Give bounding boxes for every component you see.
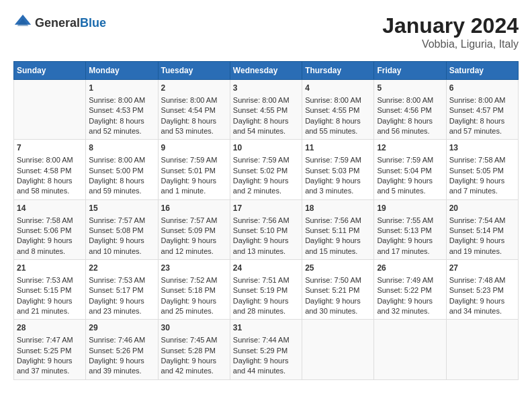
day-info: Daylight: 9 hours bbox=[377, 296, 443, 306]
calendar-week-row: 28Sunrise: 7:47 AMSunset: 5:25 PMDayligh… bbox=[14, 320, 519, 379]
day-info: Sunrise: 8:00 AM bbox=[161, 95, 227, 105]
day-info: Sunrise: 7:46 AM bbox=[89, 335, 154, 345]
day-info: Sunset: 5:04 PM bbox=[377, 166, 443, 176]
day-info: Sunset: 5:06 PM bbox=[17, 226, 83, 236]
day-info: Sunset: 5:25 PM bbox=[17, 346, 83, 356]
calendar-table: SundayMondayTuesdayWednesdayThursdayFrid… bbox=[13, 61, 519, 380]
calendar-cell: 10Sunrise: 7:59 AMSunset: 5:02 PMDayligh… bbox=[230, 140, 302, 199]
day-number: 21 bbox=[17, 263, 83, 274]
day-info: and 15 minutes. bbox=[305, 246, 371, 257]
day-info: Sunrise: 7:58 AM bbox=[449, 155, 515, 165]
title-block: January 2024 Vobbia, Liguria, Italy bbox=[382, 13, 519, 50]
day-info: and 17 minutes. bbox=[377, 246, 443, 257]
day-info: Sunrise: 7:59 AM bbox=[233, 155, 299, 165]
calendar-cell: 11Sunrise: 7:59 AMSunset: 5:03 PMDayligh… bbox=[302, 140, 374, 199]
day-info: Daylight: 9 hours bbox=[305, 296, 371, 306]
day-info: Daylight: 9 hours bbox=[233, 176, 299, 186]
day-info: Sunrise: 7:59 AM bbox=[377, 155, 443, 165]
day-info: Sunset: 5:14 PM bbox=[449, 226, 515, 236]
day-info: and 52 minutes. bbox=[89, 126, 154, 136]
day-info: Sunset: 5:15 PM bbox=[17, 285, 83, 295]
day-info: Sunrise: 7:48 AM bbox=[449, 275, 515, 285]
day-number: 14 bbox=[17, 203, 83, 214]
calendar-cell: 1Sunrise: 8:00 AMSunset: 4:53 PMDaylight… bbox=[86, 80, 158, 140]
day-info: and 3 minutes. bbox=[305, 186, 371, 196]
calendar-cell: 20Sunrise: 7:54 AMSunset: 5:14 PMDayligh… bbox=[446, 199, 518, 259]
day-number: 13 bbox=[449, 142, 515, 154]
calendar-cell: 23Sunrise: 7:52 AMSunset: 5:18 PMDayligh… bbox=[158, 260, 230, 320]
logo-icon bbox=[13, 13, 32, 32]
calendar-cell: 30Sunrise: 7:45 AMSunset: 5:28 PMDayligh… bbox=[158, 320, 230, 379]
day-info: Sunrise: 7:45 AM bbox=[161, 335, 227, 345]
day-info: Daylight: 9 hours bbox=[305, 236, 371, 246]
day-info: Sunset: 5:09 PM bbox=[161, 226, 227, 236]
day-number: 12 bbox=[377, 142, 443, 154]
day-info: and 5 minutes. bbox=[377, 186, 443, 196]
day-info: Sunrise: 8:00 AM bbox=[305, 95, 371, 105]
day-info: Sunrise: 7:49 AM bbox=[377, 275, 443, 285]
day-info: Sunset: 5:21 PM bbox=[305, 285, 371, 295]
day-info: Daylight: 9 hours bbox=[449, 296, 515, 306]
day-info: Daylight: 8 hours bbox=[89, 116, 154, 126]
day-number: 17 bbox=[233, 203, 299, 214]
day-info: Sunrise: 8:00 AM bbox=[377, 95, 443, 105]
day-info: Daylight: 9 hours bbox=[17, 296, 83, 306]
day-info: and 56 minutes. bbox=[377, 126, 443, 136]
day-info: Daylight: 9 hours bbox=[449, 236, 515, 246]
day-info: and 19 minutes. bbox=[449, 246, 515, 257]
calendar-cell: 9Sunrise: 7:59 AMSunset: 5:01 PMDaylight… bbox=[158, 140, 230, 199]
day-number: 16 bbox=[161, 203, 227, 214]
calendar-cell: 5Sunrise: 8:00 AMSunset: 4:56 PMDaylight… bbox=[374, 80, 446, 140]
day-info: Daylight: 9 hours bbox=[305, 176, 371, 186]
column-header-tuesday: Tuesday bbox=[158, 62, 230, 80]
day-info: and 37 minutes. bbox=[17, 366, 83, 376]
day-info: and 1 minute. bbox=[161, 186, 227, 196]
calendar-cell: 12Sunrise: 7:59 AMSunset: 5:04 PMDayligh… bbox=[374, 140, 446, 199]
day-info: Daylight: 9 hours bbox=[17, 236, 83, 246]
day-info: Sunset: 4:58 PM bbox=[17, 166, 83, 176]
day-info: and 57 minutes. bbox=[449, 126, 515, 136]
calendar-cell: 22Sunrise: 7:53 AMSunset: 5:17 PMDayligh… bbox=[86, 260, 158, 320]
day-number: 1 bbox=[89, 83, 154, 94]
logo-blue: Blue bbox=[80, 16, 106, 30]
day-info: Sunset: 4:54 PM bbox=[161, 105, 227, 116]
day-info: Daylight: 9 hours bbox=[449, 176, 515, 186]
day-info: and 12 minutes. bbox=[161, 246, 227, 257]
day-info: Sunset: 5:02 PM bbox=[233, 166, 299, 176]
day-info: and 39 minutes. bbox=[89, 366, 154, 376]
day-info: and 10 minutes. bbox=[89, 246, 154, 257]
column-header-wednesday: Wednesday bbox=[230, 62, 302, 80]
day-info: Sunrise: 7:53 AM bbox=[17, 275, 83, 285]
day-info: Sunrise: 7:58 AM bbox=[17, 216, 83, 226]
day-info: and 59 minutes. bbox=[89, 186, 154, 196]
day-info: Sunrise: 7:57 AM bbox=[89, 216, 154, 226]
calendar-cell: 16Sunrise: 7:57 AMSunset: 5:09 PMDayligh… bbox=[158, 199, 230, 259]
day-info: Sunrise: 7:52 AM bbox=[161, 275, 227, 285]
day-info: and 28 minutes. bbox=[233, 306, 299, 316]
day-info: Sunrise: 7:56 AM bbox=[305, 216, 371, 226]
day-number: 4 bbox=[305, 83, 371, 94]
calendar-week-row: 14Sunrise: 7:58 AMSunset: 5:06 PMDayligh… bbox=[14, 199, 519, 259]
day-info: Daylight: 9 hours bbox=[233, 356, 299, 366]
day-info: Sunset: 5:10 PM bbox=[233, 226, 299, 236]
day-info: Sunset: 5:29 PM bbox=[233, 346, 299, 356]
day-number: 5 bbox=[377, 83, 443, 94]
day-number: 10 bbox=[233, 142, 299, 154]
day-number: 9 bbox=[161, 142, 227, 154]
day-info: Sunrise: 8:00 AM bbox=[233, 95, 299, 105]
day-info: Daylight: 8 hours bbox=[89, 176, 154, 186]
day-number: 29 bbox=[89, 322, 154, 334]
day-info: and 44 minutes. bbox=[233, 366, 299, 376]
day-info: Sunrise: 8:00 AM bbox=[17, 155, 83, 165]
day-number: 23 bbox=[161, 263, 227, 274]
calendar-cell: 13Sunrise: 7:58 AMSunset: 5:05 PMDayligh… bbox=[446, 140, 518, 199]
calendar-title: January 2024 bbox=[382, 13, 519, 38]
day-info: and 58 minutes. bbox=[17, 186, 83, 196]
day-info: Sunset: 4:55 PM bbox=[233, 105, 299, 116]
day-info: and 7 minutes. bbox=[449, 186, 515, 196]
calendar-cell: 15Sunrise: 7:57 AMSunset: 5:08 PMDayligh… bbox=[86, 199, 158, 259]
calendar-cell: 6Sunrise: 8:00 AMSunset: 4:57 PMDaylight… bbox=[446, 80, 518, 140]
calendar-cell: 8Sunrise: 8:00 AMSunset: 5:00 PMDaylight… bbox=[86, 140, 158, 199]
calendar-cell: 19Sunrise: 7:55 AMSunset: 5:13 PMDayligh… bbox=[374, 199, 446, 259]
logo: GeneralBlue bbox=[13, 13, 106, 32]
